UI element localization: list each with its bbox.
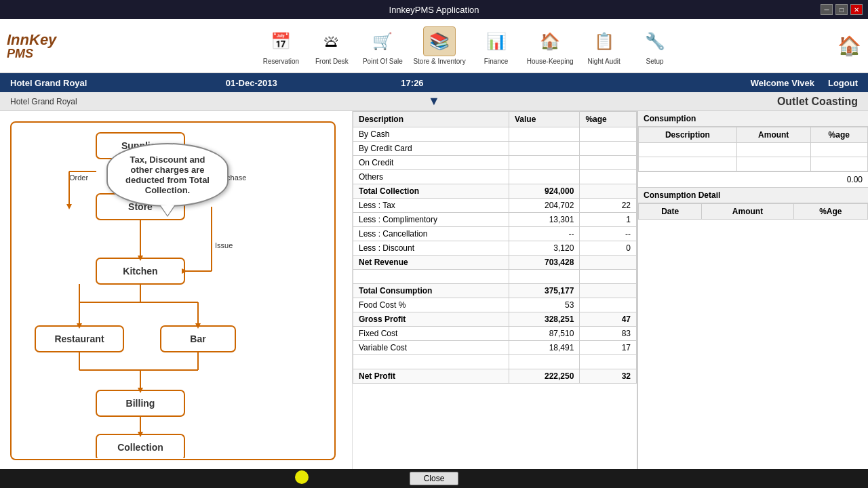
- pos-label: Point Of Sale: [363, 58, 403, 65]
- logout-button[interactable]: Logout: [828, 78, 858, 88]
- table-row: Less : Discount 3,120 0: [353, 241, 637, 256]
- nav-housekeeping[interactable]: 🏠 House-Keeping: [527, 26, 574, 65]
- tooltip-text: Tax, Discount and other charges are dedu…: [125, 155, 210, 195]
- row-value: 924,000: [509, 184, 580, 199]
- reservation-label: Reservation: [263, 58, 299, 65]
- row-pct: 32: [580, 369, 637, 384]
- row-pct: 22: [580, 199, 637, 213]
- current-time: 17:26: [332, 78, 492, 88]
- setup-icon: 🔧: [639, 26, 671, 56]
- home-button[interactable]: 🏠: [821, 35, 861, 57]
- svg-text:Order: Order: [69, 174, 88, 182]
- nav-setup[interactable]: 🔧 Setup: [635, 26, 675, 65]
- window-controls[interactable]: ─ □ ✕: [821, 4, 863, 15]
- row-value: [509, 142, 580, 156]
- col-pctage: %Age: [793, 204, 867, 220]
- total-consumption-row: Total Consumption 375,177: [353, 284, 637, 298]
- row-value: 13,301: [509, 213, 580, 227]
- consumption-row: [639, 157, 868, 171]
- nav-frontdesk[interactable]: 🛎 Front Desk: [311, 26, 352, 65]
- data-table: Description Value %age By Cash By Credit: [353, 111, 637, 384]
- detail-row: [639, 220, 868, 230]
- window-titlebar: InnkeyPMS Application ─ □ ✕: [0, 0, 868, 19]
- row-desc: Less : Tax: [353, 199, 509, 213]
- row-desc: [639, 157, 737, 171]
- row-desc: Less : Complimentory: [353, 213, 509, 227]
- main-content: Supplier Store Kitchen Restaurant Bar Bi…: [0, 111, 868, 469]
- row-pct: 0: [580, 241, 637, 256]
- row-value: 87,510: [509, 327, 580, 341]
- table-row: By Credit Card: [353, 142, 637, 156]
- row-value: [509, 170, 580, 184]
- table-row: Variable Cost 18,491 17: [353, 341, 637, 355]
- nav-nightaudit[interactable]: 📋 Night Audit: [584, 26, 625, 65]
- window-close-button[interactable]: ✕: [850, 4, 863, 15]
- row-amount: [736, 143, 810, 157]
- consumption-detail-header: Consumption Detail: [638, 187, 868, 203]
- housekeeping-icon: 🏠: [534, 26, 566, 56]
- finance-label: Finance: [484, 58, 509, 65]
- col-description: Description: [639, 127, 737, 143]
- row-desc: Others: [353, 170, 509, 184]
- table-row: Others: [353, 170, 637, 184]
- row-value: 328,251: [509, 312, 580, 327]
- row-desc: Net Revenue: [353, 256, 509, 270]
- row-amount: [702, 220, 793, 230]
- row-pct: [580, 355, 637, 369]
- row-pct: [793, 220, 867, 230]
- total-collection-row: Total Collection 924,000: [353, 184, 637, 199]
- row-value: 703,428: [509, 256, 580, 270]
- row-value: [509, 156, 580, 170]
- row-desc: Less : Discount: [353, 241, 509, 256]
- row-desc: Net Profit: [353, 369, 509, 384]
- table-row: Less : Tax 204,702 22: [353, 199, 637, 213]
- net-revenue-row: Net Revenue 703,428: [353, 256, 637, 270]
- main-table-area: Description Value %age By Cash By Credit: [353, 111, 637, 469]
- nav-store[interactable]: 📚 Store & Inventory: [413, 26, 465, 65]
- flow-container: Supplier Store Kitchen Restaurant Bar Bi…: [10, 121, 336, 460]
- housekeeping-label: House-Keeping: [527, 58, 574, 65]
- svg-text:Collection: Collection: [117, 442, 163, 453]
- nav-finance[interactable]: 📊 Finance: [476, 26, 517, 65]
- row-value: 204,702: [509, 199, 580, 213]
- row-desc: By Cash: [353, 127, 509, 142]
- nav-reservation[interactable]: 📅 Reservation: [260, 26, 301, 65]
- table-row: Less : Complimentory 13,301 1: [353, 213, 637, 227]
- row-value: [509, 355, 580, 369]
- row-desc: Food Cost %: [353, 298, 509, 312]
- consumption-header: Consumption: [638, 111, 868, 127]
- row-desc: By Credit Card: [353, 142, 509, 156]
- tooltip-bubble: Tax, Discount and other charges are dedu…: [106, 143, 229, 207]
- col-pctage: %age: [810, 127, 867, 143]
- chevron-down-icon[interactable]: ▼: [428, 94, 440, 108]
- col-date: Date: [639, 204, 702, 220]
- gross-profit-row: Gross Profit 328,251 47: [353, 312, 637, 327]
- flow-diagram: Supplier Store Kitchen Restaurant Bar Bi…: [0, 111, 353, 469]
- frontdesk-label: Front Desk: [315, 58, 349, 65]
- frontdesk-icon: 🛎: [315, 26, 348, 56]
- consumption-amount-value: 0.00: [638, 171, 868, 187]
- row-value: 222,250: [509, 369, 580, 384]
- maximize-button[interactable]: □: [835, 4, 848, 15]
- row-desc: [639, 143, 737, 157]
- row-pct: [580, 142, 637, 156]
- row-value: [509, 270, 580, 284]
- row-desc: Less : Cancellation: [353, 227, 509, 241]
- nav-pos[interactable]: 🛒 Point Of Sale: [362, 26, 403, 65]
- row-pct: 47: [580, 312, 637, 327]
- table-row: Less : Cancellation -- --: [353, 227, 637, 241]
- consumption-panel: Consumption Description Amount %age: [637, 111, 868, 469]
- row-pct: --: [580, 227, 637, 241]
- breadcrumb: Hotel Grand Royal: [10, 97, 77, 106]
- svg-marker-23: [66, 204, 72, 209]
- consumption-table: Description Amount %age: [638, 127, 868, 171]
- row-pct: [810, 143, 867, 157]
- row-value: [509, 127, 580, 142]
- svg-text:Bar: Bar: [190, 333, 206, 344]
- close-button[interactable]: Close: [410, 472, 459, 485]
- col-pctage: %age: [580, 112, 637, 127]
- row-pct: 83: [580, 327, 637, 341]
- spacer-row: [353, 270, 637, 284]
- minimize-button[interactable]: ─: [821, 4, 833, 15]
- row-desc: On Credit: [353, 156, 509, 170]
